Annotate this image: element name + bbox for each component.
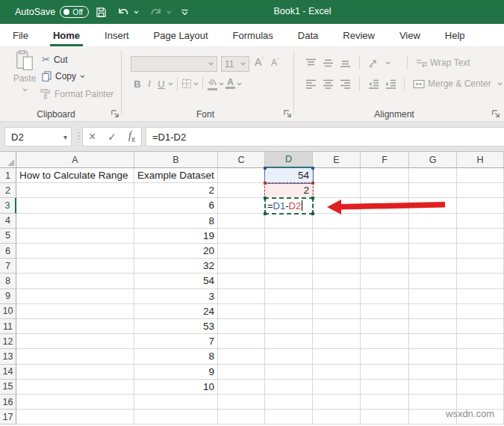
underline-button[interactable]: U xyxy=(156,78,167,90)
cell-E17[interactable] xyxy=(313,410,361,425)
cell-D6[interactable] xyxy=(265,244,313,259)
cell-E15[interactable] xyxy=(313,380,361,395)
row-header-3[interactable]: 3 xyxy=(0,198,16,213)
cell-D10[interactable] xyxy=(265,304,313,319)
cell-B11[interactable]: 53 xyxy=(134,319,218,334)
row-header-9[interactable]: 9 xyxy=(0,289,16,304)
cell-A17[interactable] xyxy=(16,410,134,425)
cell-A8[interactable] xyxy=(16,274,134,288)
column-header-H[interactable]: H xyxy=(457,152,504,168)
select-all-button[interactable] xyxy=(0,152,16,168)
cell-G3[interactable] xyxy=(409,198,457,213)
cell-E10[interactable] xyxy=(313,304,361,319)
cell-E12[interactable] xyxy=(313,334,361,349)
cell-D1[interactable]: 54 xyxy=(265,168,313,183)
cell-F15[interactable] xyxy=(361,380,409,395)
undo-button[interactable] xyxy=(115,4,131,19)
cell-C15[interactable] xyxy=(218,380,265,395)
font-color-button[interactable]: A xyxy=(225,78,235,89)
cell-H3[interactable] xyxy=(457,198,504,213)
cell-F4[interactable] xyxy=(361,214,409,229)
cell-G6[interactable] xyxy=(409,244,457,259)
decrease-font-size-button[interactable]: Aˇ xyxy=(271,57,279,68)
tab-page-layout[interactable]: Page Layout xyxy=(152,30,210,41)
format-painter-button[interactable]: Format Painter xyxy=(40,88,113,99)
cell-E4[interactable] xyxy=(313,214,361,229)
cell-C9[interactable] xyxy=(218,289,265,304)
cell-F12[interactable] xyxy=(361,334,409,349)
cell-H12[interactable] xyxy=(457,334,504,349)
cell-C10[interactable] xyxy=(218,304,265,319)
cell-E2[interactable] xyxy=(313,183,361,198)
align-top-icon[interactable] xyxy=(305,58,317,68)
cell-H2[interactable] xyxy=(457,183,504,198)
cell-E13[interactable] xyxy=(313,349,361,364)
row-header-7[interactable]: 7 xyxy=(0,259,16,274)
tab-data[interactable]: Data xyxy=(296,30,320,41)
cell-G7[interactable] xyxy=(409,259,457,274)
column-header-G[interactable]: G xyxy=(409,152,457,168)
undo-dropdown-button[interactable] xyxy=(131,4,140,19)
cell-B15[interactable]: 10 xyxy=(134,380,218,395)
clipboard-dialog-launcher[interactable] xyxy=(111,109,119,118)
cell-B7[interactable]: 32 xyxy=(134,259,218,274)
cell-F7[interactable] xyxy=(361,259,409,274)
cell-A11[interactable] xyxy=(16,319,134,334)
column-header-D[interactable]: D xyxy=(265,152,313,168)
cell-H7[interactable] xyxy=(457,259,504,274)
column-header-B[interactable]: B xyxy=(134,152,218,168)
decrease-indent-icon[interactable] xyxy=(368,79,379,89)
autosave-pill[interactable]: Off xyxy=(60,6,89,18)
cell-H11[interactable] xyxy=(457,319,504,334)
paste-button[interactable]: Paste xyxy=(9,50,40,110)
cell-D7[interactable] xyxy=(265,259,313,274)
cell-E5[interactable] xyxy=(313,229,361,244)
cell-D16[interactable] xyxy=(265,395,313,410)
cell-F6[interactable] xyxy=(361,244,409,259)
font-size-combo[interactable]: 11 xyxy=(221,56,249,72)
font-name-combo[interactable] xyxy=(131,56,217,72)
cell-G11[interactable] xyxy=(409,319,457,334)
cell-G13[interactable] xyxy=(409,349,457,364)
cell-F3[interactable] xyxy=(361,198,409,213)
cell-B1[interactable]: Example Dataset xyxy=(134,168,218,183)
cell-A13[interactable] xyxy=(16,349,134,364)
cell-B9[interactable]: 3 xyxy=(134,289,218,304)
redo-dropdown-button[interactable] xyxy=(164,4,173,19)
cell-D15[interactable] xyxy=(265,380,313,395)
tab-help[interactable]: Help xyxy=(444,30,467,41)
row-header-14[interactable]: 14 xyxy=(0,365,16,380)
cell-A15[interactable] xyxy=(16,380,134,395)
cell-A2[interactable] xyxy=(16,183,134,198)
name-box[interactable]: D2 ▾ xyxy=(4,127,72,146)
cell-C16[interactable] xyxy=(218,395,265,410)
row-header-4[interactable]: 4 xyxy=(0,214,16,229)
merge-center-button[interactable]: Merge & Center xyxy=(413,78,491,89)
cell-B5[interactable]: 19 xyxy=(134,229,218,244)
cell-G2[interactable] xyxy=(409,183,457,198)
cell-A7[interactable] xyxy=(16,259,134,274)
cell-H14[interactable] xyxy=(457,365,504,380)
cell-A5[interactable] xyxy=(16,229,134,244)
cell-E6[interactable] xyxy=(313,244,361,259)
cell-F16[interactable] xyxy=(361,395,409,410)
cell-F5[interactable] xyxy=(361,229,409,244)
tab-file[interactable]: File xyxy=(11,30,30,41)
chevron-down-icon[interactable] xyxy=(497,82,503,86)
align-bottom-icon[interactable] xyxy=(340,58,351,68)
cell-C12[interactable] xyxy=(218,334,265,349)
chevron-down-icon[interactable] xyxy=(193,82,199,86)
cell-F2[interactable] xyxy=(361,183,409,198)
align-left-icon[interactable] xyxy=(305,79,317,89)
row-header-12[interactable]: 12 xyxy=(0,334,16,349)
fill-color-button[interactable] xyxy=(207,77,217,90)
cell-C2[interactable] xyxy=(218,183,265,198)
row-header-8[interactable]: 8 xyxy=(0,274,16,288)
tab-review[interactable]: Review xyxy=(341,30,376,41)
formula-input[interactable]: =D1-D2 xyxy=(146,127,504,146)
cancel-button[interactable]: × xyxy=(89,130,96,143)
cell-E8[interactable] xyxy=(313,274,361,288)
name-box-dropdown-icon[interactable]: ▾ xyxy=(63,133,67,141)
chevron-down-icon[interactable] xyxy=(168,82,173,86)
cell-A4[interactable] xyxy=(16,214,134,229)
